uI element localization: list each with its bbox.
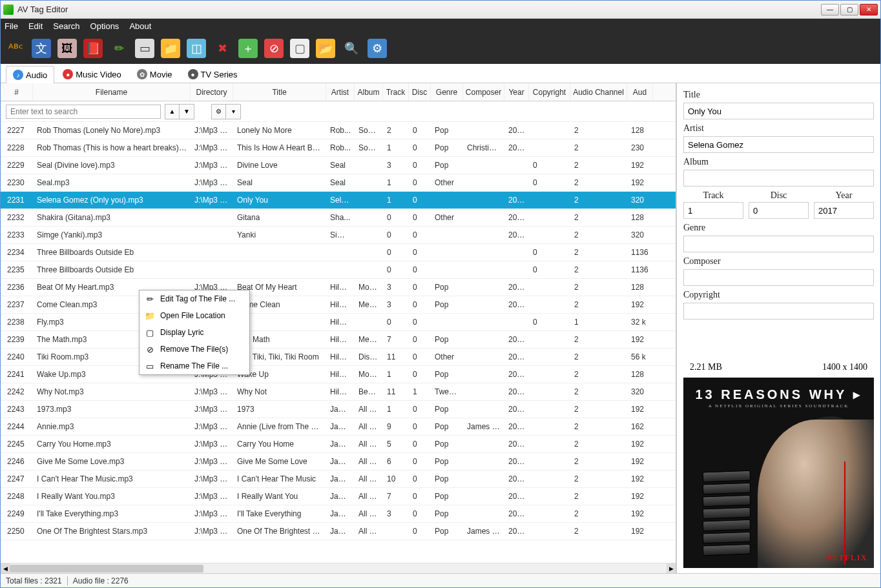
title-field[interactable] bbox=[683, 103, 874, 119]
table-row[interactable]: 2247I Can't Hear The Music.mp3J:\Mp3 M..… bbox=[1, 471, 676, 488]
table-row[interactable]: 2227Rob Thomas (Lonely No More).mp3J:\Mp… bbox=[1, 122, 676, 139]
status-audio: Audio file : 2276 bbox=[73, 576, 129, 585]
table-row[interactable]: 2235Three Billboards Outside Eb00021136 bbox=[1, 261, 676, 279]
artist-field[interactable] bbox=[683, 136, 874, 153]
ctx-display-lyric[interactable]: ▢Display Lyric bbox=[140, 324, 249, 341]
col-track[interactable]: Track bbox=[383, 83, 409, 101]
context-menu: ✏Edit Tag of The File ...📁Open File Loca… bbox=[139, 290, 250, 375]
scroll-left-icon[interactable]: ◀ bbox=[1, 563, 10, 573]
screen-icon[interactable]: ▢ bbox=[290, 39, 309, 58]
search-sort-down[interactable]: ▼ bbox=[180, 105, 194, 119]
menu-search[interactable]: Search bbox=[53, 21, 79, 31]
col-directory[interactable]: Directory bbox=[191, 83, 233, 101]
details-panel: Title Artist Album Track Disc Year Genre… bbox=[677, 83, 880, 573]
menu-options[interactable]: Options bbox=[90, 21, 119, 31]
genre-field[interactable] bbox=[683, 236, 874, 252]
tab-music-video[interactable]: ●Music Video bbox=[56, 65, 129, 83]
col-composer[interactable]: Composer bbox=[463, 83, 504, 101]
gear-button[interactable]: ⚙ bbox=[212, 105, 226, 119]
search-folder-icon[interactable]: 📂 bbox=[316, 39, 335, 58]
tabstrip: ♪Audio●Music Video✿Movie●TV Series bbox=[1, 64, 880, 83]
tab-label: Movie bbox=[150, 70, 172, 79]
table-row[interactable]: 2250One Of The Brightest Stars.mp3J:\Mp3… bbox=[1, 523, 676, 540]
col-album[interactable]: Album bbox=[355, 83, 383, 101]
table-row[interactable]: 2239The Math.mp3J:\Mp3 M...The MathHilar… bbox=[1, 331, 676, 349]
table-row[interactable]: 2242Why Not.mp3J:\Mp3 M...Why NotHilar..… bbox=[1, 383, 676, 401]
image-icon[interactable]: 🖼 bbox=[57, 39, 77, 58]
table-row[interactable]: 2233Simge (Yanki).mp3YankiSimge002020232… bbox=[1, 227, 676, 244]
table-row[interactable]: 2229Seal (Divine love).mp3J:\Mp3 M...Div… bbox=[1, 157, 676, 174]
table-row[interactable]: 2230Seal.mp3J:\Mp3 M...SealSeal10Other02… bbox=[1, 174, 676, 192]
folder-icon[interactable]: 📁 bbox=[161, 39, 180, 58]
col-filename[interactable]: Filename bbox=[33, 83, 191, 101]
col-artist[interactable]: Artist bbox=[326, 83, 355, 101]
album-art-subtitle: A NETFLIX ORIGINAL SERIES SOUNDTRACK bbox=[709, 403, 849, 409]
menu-about[interactable]: About bbox=[129, 21, 151, 31]
table-row[interactable]: 2246Give Me Some Love.mp3J:\Mp3 M...Give… bbox=[1, 453, 676, 471]
col-disc[interactable]: Disc bbox=[409, 83, 431, 101]
table-row[interactable]: 2237Come Clean.mp3J:\Mp3 M...Come CleanH… bbox=[1, 296, 676, 314]
minimize-button[interactable]: — bbox=[821, 4, 839, 15]
disc-field[interactable] bbox=[749, 202, 809, 219]
table-row[interactable]: 2245Carry You Home.mp3J:\Mp3 M...Carry Y… bbox=[1, 436, 676, 453]
table-row[interactable]: 2241Wake Up.mp3J:\Mp3 M...Wake UpHilar..… bbox=[1, 366, 676, 383]
horizontal-scrollbar[interactable]: ◀ ▶ bbox=[1, 563, 676, 573]
table-row[interactable]: 2236Beat Of My Heart.mp3J:\Mp3 M...Beat … bbox=[1, 279, 676, 296]
search-sort-up[interactable]: ▲ bbox=[165, 105, 180, 119]
remove-icon[interactable]: ⊘ bbox=[264, 39, 284, 58]
composer-field[interactable] bbox=[683, 269, 874, 286]
scroll-thumb[interactable] bbox=[10, 565, 203, 573]
album-field[interactable] bbox=[683, 170, 874, 187]
copyright-field[interactable] bbox=[683, 303, 874, 319]
tab-audio[interactable]: ♪Audio bbox=[6, 66, 54, 83]
close-button[interactable]: ✕ bbox=[860, 4, 878, 15]
year-field[interactable] bbox=[814, 202, 874, 219]
table-row[interactable]: 2249I'll Take Everything.mp3J:\Mp3 M...I… bbox=[1, 505, 676, 523]
col-title[interactable]: Title bbox=[233, 83, 326, 101]
tab-icon: ● bbox=[63, 69, 73, 79]
table-row[interactable]: 22431973.mp3J:\Mp3 M...1973Jam...All Th.… bbox=[1, 401, 676, 418]
col-copyright[interactable]: Copyright bbox=[529, 83, 570, 101]
col-number[interactable]: # bbox=[1, 83, 33, 101]
rename-icon[interactable]: ▭ bbox=[135, 39, 154, 58]
tab-tv-series[interactable]: ●TV Series bbox=[181, 65, 245, 83]
delete-icon[interactable]: ✖ bbox=[212, 39, 232, 58]
col-genre[interactable]: Genre bbox=[431, 83, 463, 101]
app-icon bbox=[3, 5, 14, 15]
table-row[interactable]: 2232Shakira (Gitana).mp3GitanaSha...00Ot… bbox=[1, 209, 676, 227]
tab-movie[interactable]: ✿Movie bbox=[130, 65, 180, 83]
track-field[interactable] bbox=[683, 202, 743, 219]
search-icon[interactable]: 🔍 bbox=[342, 39, 361, 58]
gear-dropdown[interactable]: ▾ bbox=[226, 105, 240, 119]
add-icon[interactable]: ＋ bbox=[238, 39, 258, 58]
abc-icon[interactable]: ᴬᴮᶜ bbox=[6, 39, 25, 58]
table-row[interactable]: 2234Three Billboards Outside Eb00021136 bbox=[1, 244, 676, 261]
book-icon[interactable]: 📕 bbox=[83, 39, 103, 58]
table-row[interactable]: 2238Fly.mp3J:\Mp3 M...FlyHilar...000132 … bbox=[1, 314, 676, 331]
col-aud[interactable]: Aud bbox=[627, 83, 653, 101]
ctx-open-location[interactable]: 📁Open File Location bbox=[140, 307, 249, 324]
gear-icon[interactable]: ⚙ bbox=[368, 39, 387, 58]
menu-file[interactable]: File bbox=[5, 21, 18, 31]
album-art[interactable]: 13 REASONS WHY ▸ A NETFLIX ORIGINAL SERI… bbox=[683, 378, 874, 568]
table-row[interactable]: 2248I Really Want You.mp3J:\Mp3 M...I Re… bbox=[1, 488, 676, 505]
table-row[interactable]: 2228Rob Thomas (This is how a heart brea… bbox=[1, 139, 676, 157]
table-row[interactable]: 2240Tiki Room.mp3J:\Mp3 M...The Tiki, Ti… bbox=[1, 349, 676, 366]
ctx-rename-file[interactable]: ▭Rename The File ... bbox=[140, 358, 249, 374]
album-dimensions: 1400 x 1400 bbox=[822, 362, 867, 372]
table-row[interactable]: 2244Annie.mp3J:\Mp3 M...Annie (Live from… bbox=[1, 418, 676, 436]
col-year[interactable]: Year bbox=[504, 83, 529, 101]
pencil-icon[interactable]: ✏ bbox=[109, 39, 129, 58]
select-icon[interactable]: ◫ bbox=[187, 39, 206, 58]
scroll-right-icon[interactable]: ▶ bbox=[667, 563, 676, 573]
search-input[interactable] bbox=[6, 105, 161, 119]
ctx-remove-file[interactable]: ⊘Remove The File(s) bbox=[140, 341, 249, 358]
menu-edit[interactable]: Edit bbox=[28, 21, 43, 31]
ctx-edit-tag-icon: ✏ bbox=[145, 294, 155, 304]
grid-rows[interactable]: 2227Rob Thomas (Lonely No More).mp3J:\Mp… bbox=[1, 122, 676, 563]
table-row[interactable]: 2231Selena Gomez (Only you).mp3J:\Mp3 M.… bbox=[1, 192, 676, 209]
maximize-button[interactable]: ▢ bbox=[840, 4, 858, 15]
translate-icon[interactable]: 文 bbox=[32, 39, 51, 58]
ctx-edit-tag[interactable]: ✏Edit Tag of The File ... bbox=[140, 290, 249, 307]
col-audio-channel[interactable]: Audio Channel bbox=[570, 83, 627, 101]
